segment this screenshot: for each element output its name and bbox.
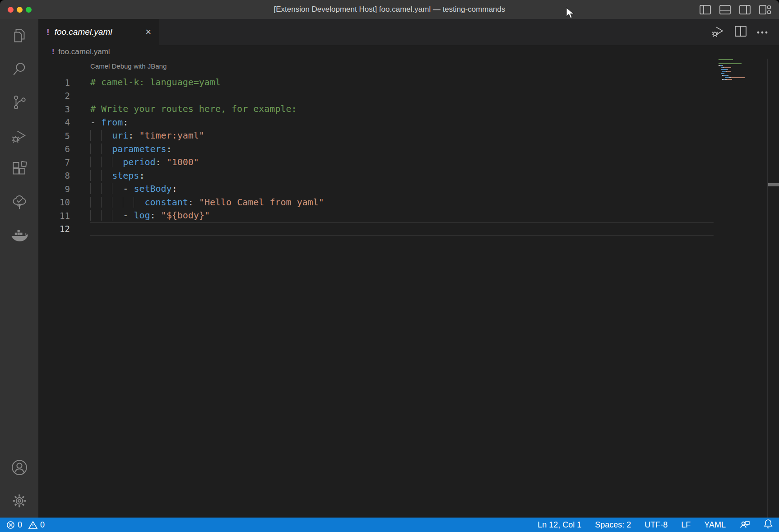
code-lines: 1# camel-k: language=yaml23# Write your … bbox=[38, 76, 779, 236]
code-line[interactable]: 1# camel-k: language=yaml bbox=[38, 76, 779, 89]
line-number: 12 bbox=[38, 224, 70, 234]
overview-ruler-border bbox=[767, 59, 768, 518]
line-number: 10 bbox=[38, 197, 70, 207]
editor-code-area[interactable]: Camel Debug with JBang 1# camel-k: langu… bbox=[38, 59, 779, 518]
line-number: 5 bbox=[38, 131, 70, 141]
accounts-icon[interactable] bbox=[0, 451, 38, 484]
code-text: - from: bbox=[90, 116, 714, 130]
warning-count: 0 bbox=[40, 520, 45, 530]
toggle-secondary-sidebar-icon[interactable] bbox=[739, 5, 751, 14]
code-line[interactable]: 5 uri: "timer:yaml" bbox=[38, 129, 779, 143]
code-text: parameters: bbox=[90, 143, 714, 156]
overview-ruler-cursor-marker bbox=[768, 183, 779, 186]
run-and-debug-icon[interactable] bbox=[0, 119, 38, 153]
code-line[interactable]: 2 bbox=[38, 89, 779, 103]
activity-bar bbox=[0, 19, 38, 518]
code-line[interactable]: 10 constant: "Hello Camel from yaml" bbox=[38, 196, 779, 209]
code-text: - setBody: bbox=[90, 182, 714, 196]
tab-bar: ! foo.camel.yaml × bbox=[38, 19, 779, 45]
line-number: 2 bbox=[38, 91, 70, 101]
code-text bbox=[90, 222, 714, 236]
settings-gear-icon[interactable] bbox=[0, 484, 38, 518]
test-tree-icon[interactable] bbox=[0, 186, 38, 219]
breadcrumb[interactable]: ! foo.camel.yaml bbox=[38, 45, 779, 59]
status-bar: 0 0 Ln 12, Col 1 Spaces: 2 UTF-8 LF YAML bbox=[0, 518, 779, 532]
toggle-panel-icon[interactable] bbox=[719, 5, 731, 14]
indentation-status[interactable]: Spaces: 2 bbox=[595, 520, 631, 530]
cursor-position-status[interactable]: Ln 12, Col 1 bbox=[538, 520, 581, 530]
tab-foo-camel-yaml[interactable]: ! foo.camel.yaml × bbox=[38, 19, 159, 45]
line-number: 1 bbox=[38, 78, 70, 88]
split-editor-icon[interactable] bbox=[735, 26, 747, 38]
explorer-icon[interactable] bbox=[0, 19, 38, 52]
error-count: 0 bbox=[18, 520, 22, 530]
traffic-lights bbox=[0, 7, 32, 13]
code-line[interactable]: 8 steps: bbox=[38, 169, 779, 183]
code-text: # Write your routes here, for example: bbox=[90, 102, 714, 116]
zoom-window-button[interactable] bbox=[26, 7, 32, 13]
error-icon bbox=[6, 521, 15, 529]
code-line[interactable]: 7 period: "1000" bbox=[38, 156, 779, 169]
extensions-icon[interactable] bbox=[0, 153, 38, 186]
mouse-pointer bbox=[566, 8, 575, 20]
language-mode-status[interactable]: YAML bbox=[704, 520, 726, 530]
feedback-icon[interactable] bbox=[739, 519, 750, 531]
code-line[interactable]: 9 - setBody: bbox=[38, 182, 779, 196]
line-number: 3 bbox=[38, 104, 70, 114]
source-control-icon[interactable] bbox=[0, 86, 38, 119]
code-text: uri: "timer:yaml" bbox=[90, 129, 714, 143]
code-line[interactable]: 11 - log: "${body}" bbox=[38, 209, 779, 222]
code-line[interactable]: 6 parameters: bbox=[38, 143, 779, 156]
line-number: 6 bbox=[38, 144, 70, 154]
more-actions-icon[interactable] bbox=[756, 28, 768, 36]
line-number: 4 bbox=[38, 117, 70, 127]
line-number: 9 bbox=[38, 184, 70, 194]
notifications-bell-icon[interactable] bbox=[764, 519, 773, 531]
code-text: period: "1000" bbox=[90, 156, 714, 169]
breadcrumb-warning-badge: ! bbox=[52, 48, 54, 56]
title-bar: [Extension Development Host] foo.camel.y… bbox=[0, 0, 779, 19]
problems-indicator[interactable]: 0 0 bbox=[6, 520, 45, 530]
run-or-debug-icon[interactable] bbox=[711, 24, 725, 40]
customize-layout-icon[interactable] bbox=[759, 5, 771, 14]
code-text: constant: "Hello Camel from yaml" bbox=[90, 196, 714, 209]
code-line[interactable]: 12 bbox=[38, 222, 779, 236]
line-number: 7 bbox=[38, 157, 70, 167]
codelens-camel-debug[interactable]: Camel Debug with JBang bbox=[90, 62, 167, 70]
line-number: 8 bbox=[38, 171, 70, 180]
minimize-window-button[interactable] bbox=[17, 7, 23, 13]
code-line[interactable]: 3# Write your routes here, for example: bbox=[38, 102, 779, 116]
eol-status[interactable]: LF bbox=[681, 520, 691, 530]
close-window-button[interactable] bbox=[8, 7, 14, 13]
breadcrumb-file-label: foo.camel.yaml bbox=[58, 47, 110, 56]
toggle-primary-sidebar-icon[interactable] bbox=[700, 5, 711, 14]
code-text bbox=[90, 89, 714, 103]
docker-icon[interactable] bbox=[0, 219, 38, 253]
encoding-status[interactable]: UTF-8 bbox=[645, 520, 668, 530]
search-icon[interactable] bbox=[0, 52, 38, 86]
vscode-window: [Extension Development Host] foo.camel.y… bbox=[0, 0, 779, 532]
code-text: # camel-k: language=yaml bbox=[90, 76, 714, 89]
code-text: - log: "${body}" bbox=[90, 209, 714, 222]
code-line[interactable]: 4- from: bbox=[38, 116, 779, 130]
minimap[interactable] bbox=[719, 59, 759, 83]
tab-warning-badge: ! bbox=[46, 27, 50, 37]
warning-icon bbox=[28, 521, 37, 529]
line-number: 11 bbox=[38, 211, 70, 221]
tab-label: foo.camel.yaml bbox=[55, 27, 112, 37]
window-title: [Extension Development Host] foo.camel.y… bbox=[0, 5, 779, 14]
tab-close-icon[interactable]: × bbox=[145, 27, 151, 37]
code-text: steps: bbox=[90, 169, 714, 183]
